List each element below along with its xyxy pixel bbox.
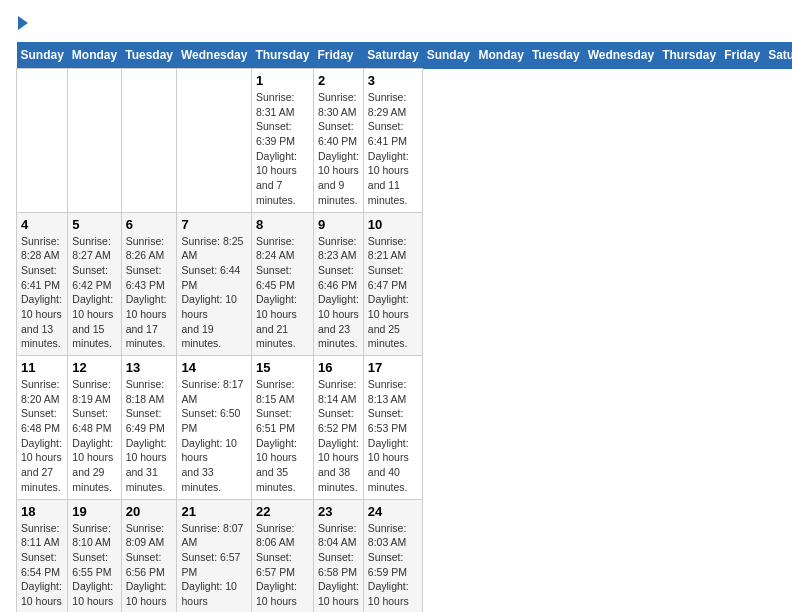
day-info: Sunrise: 8:04 AM Sunset: 6:58 PM Dayligh…: [318, 521, 359, 613]
calendar-cell: 8Sunrise: 8:24 AM Sunset: 6:45 PM Daylig…: [251, 212, 313, 356]
day-number: 1: [256, 73, 309, 88]
day-number: 3: [368, 73, 418, 88]
day-number: 4: [21, 217, 63, 232]
calendar-cell: 19Sunrise: 8:10 AM Sunset: 6:55 PM Dayli…: [68, 499, 121, 612]
day-number: 19: [72, 504, 116, 519]
calendar-cell: 13Sunrise: 8:18 AM Sunset: 6:49 PM Dayli…: [121, 356, 177, 500]
calendar-cell: 5Sunrise: 8:27 AM Sunset: 6:42 PM Daylig…: [68, 212, 121, 356]
day-info: Sunrise: 8:30 AM Sunset: 6:40 PM Dayligh…: [318, 90, 359, 208]
day-number: 6: [126, 217, 173, 232]
calendar-cell: 18Sunrise: 8:11 AM Sunset: 6:54 PM Dayli…: [17, 499, 68, 612]
calendar-cell: 6Sunrise: 8:26 AM Sunset: 6:43 PM Daylig…: [121, 212, 177, 356]
day-info: Sunrise: 8:26 AM Sunset: 6:43 PM Dayligh…: [126, 234, 173, 352]
calendar-cell: [68, 69, 121, 213]
calendar-cell: 23Sunrise: 8:04 AM Sunset: 6:58 PM Dayli…: [313, 499, 363, 612]
day-number: 9: [318, 217, 359, 232]
calendar-cell: 9Sunrise: 8:23 AM Sunset: 6:46 PM Daylig…: [313, 212, 363, 356]
col-header-wednesday: Wednesday: [584, 42, 658, 69]
day-info: Sunrise: 8:11 AM Sunset: 6:54 PM Dayligh…: [21, 521, 63, 613]
day-number: 17: [368, 360, 418, 375]
col-header-thursday: Thursday: [658, 42, 720, 69]
day-number: 14: [181, 360, 246, 375]
calendar-week-3: 11Sunrise: 8:20 AM Sunset: 6:48 PM Dayli…: [17, 356, 793, 500]
day-number: 5: [72, 217, 116, 232]
day-info: Sunrise: 8:24 AM Sunset: 6:45 PM Dayligh…: [256, 234, 309, 352]
day-info: Sunrise: 8:10 AM Sunset: 6:55 PM Dayligh…: [72, 521, 116, 613]
calendar-week-4: 18Sunrise: 8:11 AM Sunset: 6:54 PM Dayli…: [17, 499, 793, 612]
col-header-monday: Monday: [68, 42, 121, 69]
calendar-cell: 10Sunrise: 8:21 AM Sunset: 6:47 PM Dayli…: [363, 212, 422, 356]
day-number: 16: [318, 360, 359, 375]
calendar-cell: 3Sunrise: 8:29 AM Sunset: 6:41 PM Daylig…: [363, 69, 422, 213]
logo: [16, 16, 28, 30]
day-number: 23: [318, 504, 359, 519]
calendar-cell: 22Sunrise: 8:06 AM Sunset: 6:57 PM Dayli…: [251, 499, 313, 612]
col-header-tuesday: Tuesday: [528, 42, 584, 69]
day-number: 20: [126, 504, 173, 519]
col-header-wednesday: Wednesday: [177, 42, 251, 69]
calendar-cell: [17, 69, 68, 213]
col-header-thursday: Thursday: [251, 42, 313, 69]
day-info: Sunrise: 8:17 AM Sunset: 6:50 PM Dayligh…: [181, 377, 246, 495]
day-number: 8: [256, 217, 309, 232]
calendar-cell: 2Sunrise: 8:30 AM Sunset: 6:40 PM Daylig…: [313, 69, 363, 213]
calendar-table: SundayMondayTuesdayWednesdayThursdayFrid…: [16, 42, 792, 612]
calendar-cell: 21Sunrise: 8:07 AM Sunset: 6:57 PM Dayli…: [177, 499, 251, 612]
calendar-cell: 24Sunrise: 8:03 AM Sunset: 6:59 PM Dayli…: [363, 499, 422, 612]
logo-arrow-icon: [18, 16, 28, 30]
day-number: 7: [181, 217, 246, 232]
col-header-friday: Friday: [313, 42, 363, 69]
day-number: 15: [256, 360, 309, 375]
calendar-cell: 17Sunrise: 8:13 AM Sunset: 6:53 PM Dayli…: [363, 356, 422, 500]
day-info: Sunrise: 8:25 AM Sunset: 6:44 PM Dayligh…: [181, 234, 246, 352]
calendar-cell: [177, 69, 251, 213]
day-info: Sunrise: 8:23 AM Sunset: 6:46 PM Dayligh…: [318, 234, 359, 352]
day-info: Sunrise: 8:27 AM Sunset: 6:42 PM Dayligh…: [72, 234, 116, 352]
col-header-friday: Friday: [720, 42, 764, 69]
day-info: Sunrise: 8:09 AM Sunset: 6:56 PM Dayligh…: [126, 521, 173, 613]
day-info: Sunrise: 8:18 AM Sunset: 6:49 PM Dayligh…: [126, 377, 173, 495]
col-header-saturday: Saturday: [363, 42, 422, 69]
col-header-sunday: Sunday: [17, 42, 68, 69]
header-row: SundayMondayTuesdayWednesdayThursdayFrid…: [17, 42, 793, 69]
calendar-cell: 7Sunrise: 8:25 AM Sunset: 6:44 PM Daylig…: [177, 212, 251, 356]
day-number: 2: [318, 73, 359, 88]
day-info: Sunrise: 8:31 AM Sunset: 6:39 PM Dayligh…: [256, 90, 309, 208]
calendar-cell: 16Sunrise: 8:14 AM Sunset: 6:52 PM Dayli…: [313, 356, 363, 500]
day-number: 10: [368, 217, 418, 232]
calendar-cell: 15Sunrise: 8:15 AM Sunset: 6:51 PM Dayli…: [251, 356, 313, 500]
day-info: Sunrise: 8:14 AM Sunset: 6:52 PM Dayligh…: [318, 377, 359, 495]
day-number: 12: [72, 360, 116, 375]
day-info: Sunrise: 8:13 AM Sunset: 6:53 PM Dayligh…: [368, 377, 418, 495]
day-info: Sunrise: 8:21 AM Sunset: 6:47 PM Dayligh…: [368, 234, 418, 352]
day-number: 13: [126, 360, 173, 375]
day-number: 21: [181, 504, 246, 519]
calendar-cell: 4Sunrise: 8:28 AM Sunset: 6:41 PM Daylig…: [17, 212, 68, 356]
day-number: 11: [21, 360, 63, 375]
day-info: Sunrise: 8:07 AM Sunset: 6:57 PM Dayligh…: [181, 521, 246, 613]
calendar-week-2: 4Sunrise: 8:28 AM Sunset: 6:41 PM Daylig…: [17, 212, 793, 356]
col-header-saturday: Saturday: [764, 42, 792, 69]
day-info: Sunrise: 8:19 AM Sunset: 6:48 PM Dayligh…: [72, 377, 116, 495]
day-info: Sunrise: 8:29 AM Sunset: 6:41 PM Dayligh…: [368, 90, 418, 208]
col-header-tuesday: Tuesday: [121, 42, 177, 69]
day-info: Sunrise: 8:20 AM Sunset: 6:48 PM Dayligh…: [21, 377, 63, 495]
calendar-cell: [121, 69, 177, 213]
page-header: [16, 16, 776, 30]
calendar-cell: 1Sunrise: 8:31 AM Sunset: 6:39 PM Daylig…: [251, 69, 313, 213]
calendar-cell: 11Sunrise: 8:20 AM Sunset: 6:48 PM Dayli…: [17, 356, 68, 500]
day-number: 22: [256, 504, 309, 519]
day-info: Sunrise: 8:15 AM Sunset: 6:51 PM Dayligh…: [256, 377, 309, 495]
calendar-cell: 12Sunrise: 8:19 AM Sunset: 6:48 PM Dayli…: [68, 356, 121, 500]
col-header-monday: Monday: [475, 42, 528, 69]
day-info: Sunrise: 8:28 AM Sunset: 6:41 PM Dayligh…: [21, 234, 63, 352]
day-number: 18: [21, 504, 63, 519]
calendar-cell: 14Sunrise: 8:17 AM Sunset: 6:50 PM Dayli…: [177, 356, 251, 500]
day-info: Sunrise: 8:03 AM Sunset: 6:59 PM Dayligh…: [368, 521, 418, 613]
calendar-cell: 20Sunrise: 8:09 AM Sunset: 6:56 PM Dayli…: [121, 499, 177, 612]
day-number: 24: [368, 504, 418, 519]
col-header-sunday: Sunday: [423, 42, 475, 69]
calendar-week-1: 1Sunrise: 8:31 AM Sunset: 6:39 PM Daylig…: [17, 69, 793, 213]
day-info: Sunrise: 8:06 AM Sunset: 6:57 PM Dayligh…: [256, 521, 309, 613]
